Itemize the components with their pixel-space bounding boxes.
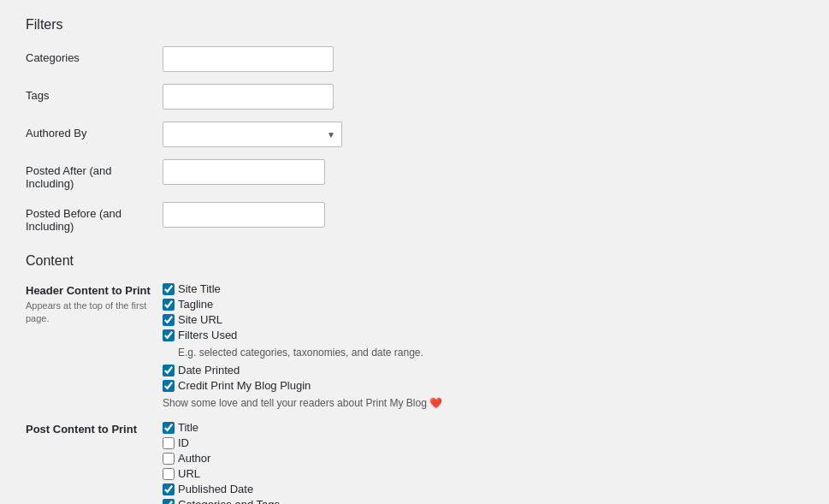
post-content-label-wrap: Post Content to Print — [26, 421, 163, 437]
checkbox-url[interactable]: URL — [163, 467, 335, 480]
posted-after-label: Posted After (and Including) — [26, 159, 163, 190]
posted-before-input[interactable] — [163, 202, 325, 228]
checkbox-date-printed-input[interactable] — [163, 365, 175, 377]
checkbox-categories-tags-label: Categories and Tags — [178, 498, 280, 504]
checkbox-tagline-input[interactable] — [163, 299, 175, 311]
header-content-row: Header Content to Print Appears at the t… — [26, 282, 803, 409]
checkbox-site-url-input[interactable] — [163, 314, 175, 326]
checkbox-date-printed-label: Date Printed — [178, 364, 240, 377]
header-checkbox-list: Site Title Tagline Site URL Filters Used… — [163, 282, 442, 409]
content-title: Content — [26, 253, 803, 269]
filters-section: Filters Categories Tags Authored By ▼ Po… — [26, 17, 803, 233]
authored-by-select[interactable] — [163, 122, 342, 147]
checkbox-filters-used-input[interactable] — [163, 329, 175, 341]
checkbox-title-input[interactable] — [163, 422, 175, 434]
posted-after-row: Posted After (and Including) — [26, 159, 803, 190]
checkbox-credit-label: Credit Print My Blog Plugin — [178, 379, 311, 392]
checkbox-categories-tags[interactable]: Categories and Tags — [163, 498, 335, 504]
checkbox-site-url-label: Site URL — [178, 313, 222, 326]
filters-title: Filters — [26, 17, 803, 33]
checkbox-categories-tags-input[interactable] — [163, 499, 175, 505]
authored-by-label: Authored By — [26, 122, 163, 139]
posted-before-label: Posted Before (and Including) — [26, 202, 163, 233]
checkbox-date-printed[interactable]: Date Printed — [163, 364, 442, 377]
checkbox-id-label: ID — [178, 436, 189, 449]
tags-input[interactable] — [163, 84, 334, 110]
post-content-row: Post Content to Print Title ID Author UR… — [26, 421, 803, 504]
checkbox-url-input[interactable] — [163, 468, 175, 480]
checkbox-author-input[interactable] — [163, 453, 175, 465]
checkbox-site-title[interactable]: Site Title — [163, 282, 442, 295]
categories-input[interactable] — [163, 46, 334, 72]
authored-by-select-wrap: ▼ — [163, 122, 342, 147]
love-text: Show some love and tell your readers abo… — [163, 397, 442, 409]
checkbox-filters-used-label: Filters Used — [178, 329, 237, 341]
tags-label: Tags — [26, 84, 163, 102]
checkbox-author[interactable]: Author — [163, 452, 335, 465]
checkbox-id-input[interactable] — [163, 437, 175, 449]
content-section: Content Header Content to Print Appears … — [26, 253, 803, 504]
checkbox-site-url[interactable]: Site URL — [163, 313, 442, 326]
checkbox-url-label: URL — [178, 467, 200, 480]
checkbox-site-title-input[interactable] — [163, 283, 175, 295]
checkbox-published-date[interactable]: Published Date — [163, 483, 335, 495]
posted-after-input[interactable] — [163, 159, 325, 185]
post-checkbox-list: Title ID Author URL Published Date Categ… — [163, 421, 335, 504]
checkbox-site-title-label: Site Title — [178, 282, 221, 295]
checkbox-published-date-label: Published Date — [178, 483, 253, 495]
checkbox-tagline-label: Tagline — [178, 298, 213, 311]
categories-label: Categories — [26, 46, 163, 64]
categories-row: Categories — [26, 46, 803, 72]
header-content-sublabel: Appears at the top of the first page. — [26, 299, 163, 326]
post-content-label: Post Content to Print — [26, 423, 163, 436]
authored-by-row: Authored By ▼ — [26, 122, 803, 147]
checkbox-tagline[interactable]: Tagline — [163, 298, 442, 311]
checkbox-credit[interactable]: Credit Print My Blog Plugin — [163, 379, 442, 392]
checkbox-title-label: Title — [178, 421, 198, 434]
checkbox-published-date-input[interactable] — [163, 483, 175, 495]
checkbox-author-label: Author — [178, 452, 210, 465]
checkbox-title[interactable]: Title — [163, 421, 335, 434]
checkbox-id[interactable]: ID — [163, 436, 335, 449]
checkbox-credit-input[interactable] — [163, 380, 175, 392]
checkbox-filters-used[interactable]: Filters Used — [163, 329, 442, 341]
filters-note: E.g. selected categories, taxonomies, an… — [178, 347, 442, 359]
header-content-label-wrap: Header Content to Print Appears at the t… — [26, 282, 163, 326]
posted-before-row: Posted Before (and Including) — [26, 202, 803, 233]
tags-row: Tags — [26, 84, 803, 110]
header-content-label: Header Content to Print — [26, 284, 163, 297]
heart-icon: ❤️ — [429, 397, 442, 409]
